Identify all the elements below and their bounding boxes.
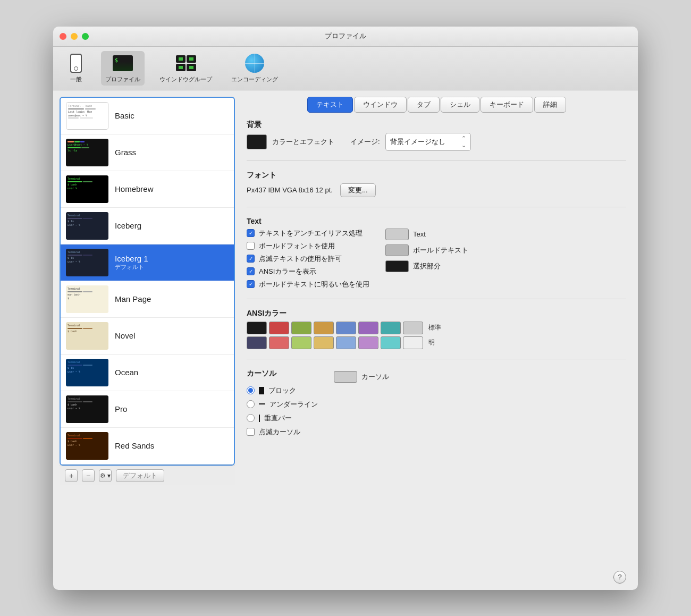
antialias-checkbox[interactable] <box>247 229 255 237</box>
cursor-blink-row: 点滅カーソル <box>247 427 318 437</box>
ansi-standard-row: 標準 <box>247 322 626 334</box>
tab-text[interactable]: テキスト <box>307 97 353 113</box>
cursor-color-label: カーソル <box>361 372 389 382</box>
list-item[interactable]: Terminal $ ls user ~ % Iceberg 1 デフォルト <box>61 244 234 281</box>
boldfont-checkbox[interactable] <box>247 242 255 250</box>
ansi-bright-3[interactable] <box>314 336 334 349</box>
gear-button[interactable]: ⚙ ▾ <box>99 469 112 482</box>
cursor-bar-row: 垂直バー <box>247 414 318 423</box>
checkbox-boldfont: ボールドフォントを使用 <box>247 241 369 251</box>
profile-thumb-basic: Terminal — bash Last login: Mon user@mac… <box>66 102 108 130</box>
tab-tab[interactable]: タブ <box>408 97 440 113</box>
cursor-block-row: ブロック <box>247 386 318 395</box>
ansi-bright-7[interactable] <box>403 336 423 349</box>
font-section: フォント Px437 IBM VGA 8x16 12 pt. 変更... <box>241 171 631 197</box>
divider-3 <box>247 299 626 299</box>
profile-name-iceberg: Iceberg <box>115 221 141 230</box>
tab-detail[interactable]: 詳細 <box>534 97 566 113</box>
ansi-bright-0[interactable] <box>247 336 267 349</box>
profile-thumb-manpage: Terminal man bash $ <box>66 285 108 313</box>
background-title: 背景 <box>247 120 626 130</box>
help-button[interactable]: ? <box>613 571 626 584</box>
list-item[interactable]: Terminal $ ls user ~ % Ocean <box>61 355 234 391</box>
toolbar-item-general[interactable]: 一般 <box>62 51 90 86</box>
ansi-std-2[interactable] <box>291 322 311 334</box>
profile-panel: Terminal — bash Last login: Mon user@mac… <box>60 97 235 584</box>
boldfont-label: ボールドフォントを使用 <box>259 241 335 251</box>
tab-window[interactable]: ウインドウ <box>354 97 407 113</box>
blink-checkbox[interactable] <box>247 255 255 263</box>
cursor-section: カーソル ブロック アンダーライン 垂直バー <box>241 369 631 437</box>
image-select[interactable]: 背景イメージなし ⌃⌄ <box>385 133 471 151</box>
background-color-swatch[interactable] <box>247 134 267 149</box>
ansi-checkbox[interactable] <box>247 267 255 275</box>
cursor-bar-radio[interactable] <box>247 414 255 422</box>
cursor-color-swatch[interactable] <box>334 371 357 383</box>
background-color-label: カラーとエフェクト <box>272 137 334 147</box>
profile-info-iceberg1: Iceberg 1 デフォルト <box>115 254 148 271</box>
ansi-std-3[interactable] <box>314 322 334 334</box>
window-title: プロファイル <box>325 31 366 41</box>
list-item[interactable]: Terminal $ ls user ~ % Iceberg <box>61 208 234 244</box>
text-color-row: Text <box>385 229 468 240</box>
toolbar-item-profiles[interactable]: プロファイル <box>101 51 145 86</box>
toolbar-item-encoding[interactable]: エンコーディング <box>227 51 282 86</box>
font-change-button[interactable]: 変更... <box>340 183 376 197</box>
cursor-options: カーソル ブロック アンダーライン 垂直バー <box>247 369 318 437</box>
list-item[interactable]: Terminal man bash $ Man Page <box>61 281 234 318</box>
cursor-underline-radio[interactable] <box>247 400 255 408</box>
list-item[interactable]: Terminal $ bash user ~ % Pro <box>61 391 234 428</box>
underline-cursor-icon <box>259 403 265 404</box>
list-item[interactable]: Terminal — bash Last login: Mon user@mac… <box>61 98 234 134</box>
font-title: フォント <box>247 171 626 180</box>
tab-keyboard[interactable]: キーボード <box>481 97 533 113</box>
ansi-standard-label: 標準 <box>428 323 441 332</box>
ansi-bright-6[interactable] <box>381 336 401 349</box>
cursor-title: カーソル <box>247 369 318 378</box>
ansi-std-4[interactable] <box>336 322 356 334</box>
profile-thumb-redsands: Terminal $ bash user ~ % <box>66 432 108 460</box>
profile-info-pro: Pro <box>115 404 127 414</box>
ansi-section: ANSIカラー 標準 <box>241 309 631 349</box>
tabs-row: テキスト ウインドウ タブ シェル キーボード 詳細 <box>241 97 631 113</box>
toolbar-item-windowgroups[interactable]: ウインドウグループ <box>155 51 216 86</box>
tab-shell[interactable]: シェル <box>441 97 479 113</box>
ansi-bright-1[interactable] <box>269 336 289 349</box>
selection-color-swatch[interactable] <box>385 260 409 272</box>
ansi-bright-4[interactable] <box>336 336 356 349</box>
minimize-button[interactable] <box>71 33 78 40</box>
list-item[interactable]: Terminal $ bash user % Homebrew <box>61 171 234 208</box>
cursor-underline-row: アンダーライン <box>247 400 318 409</box>
ansi-bright-2[interactable] <box>291 336 311 349</box>
text-color-swatch[interactable] <box>385 229 409 240</box>
profile-name-iceberg1: Iceberg 1 <box>115 254 148 263</box>
toolbar-label-windowgroups: ウインドウグループ <box>159 75 212 83</box>
ansi-bright-5[interactable] <box>358 336 378 349</box>
remove-profile-button[interactable]: − <box>82 469 95 482</box>
ansi-std-7[interactable] <box>403 322 423 334</box>
add-profile-button[interactable]: + <box>65 469 78 482</box>
font-row: Px437 IBM VGA 8x16 12 pt. 変更... <box>247 183 626 197</box>
checkbox-blink: 点滅テキストの使用を許可 <box>247 254 369 264</box>
ansi-std-1[interactable] <box>269 322 289 334</box>
image-select-value: 背景イメージなし <box>390 137 445 147</box>
background-row: カラーとエフェクト イメージ: 背景イメージなし ⌃⌄ <box>247 133 626 151</box>
brightbold-checkbox[interactable] <box>247 280 255 288</box>
maximize-button[interactable] <box>82 33 89 40</box>
cursor-blink-checkbox[interactable] <box>247 428 255 436</box>
ansi-std-6[interactable] <box>381 322 401 334</box>
list-item[interactable]: Terminal $ bash user ~ % Red Sands <box>61 428 234 465</box>
antialias-label: テキストをアンチエイリアス処理 <box>259 229 363 238</box>
ansi-bright-label: 明 <box>428 338 435 347</box>
text-title: Text <box>247 217 626 225</box>
close-button[interactable] <box>60 33 66 40</box>
ansi-std-5[interactable] <box>358 322 378 334</box>
ansi-std-0[interactable] <box>247 322 267 334</box>
text-color-swatches: Text ボールドテキスト 選択部分 <box>385 229 468 289</box>
list-item[interactable]: user@host ~ % ls -la Grass <box>61 134 234 171</box>
list-item[interactable]: Terminal $ bash Novel <box>61 318 234 355</box>
bold-color-swatch[interactable] <box>385 244 409 256</box>
profile-thumb-novel: Terminal $ bash <box>66 322 108 350</box>
cursor-block-radio[interactable] <box>247 386 255 394</box>
default-button[interactable]: デフォルト <box>116 469 164 482</box>
